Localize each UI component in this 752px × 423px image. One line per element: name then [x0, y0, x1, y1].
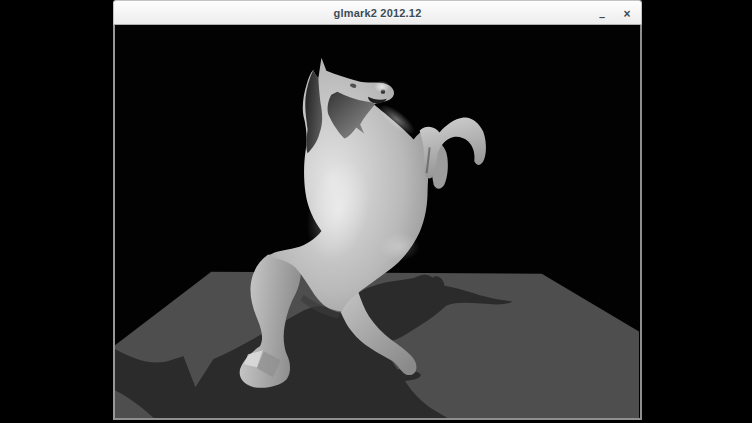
close-icon[interactable]: × [616, 1, 638, 26]
titlebar[interactable]: glmark2 2012.12 – × [113, 0, 642, 25]
gl-viewport [113, 25, 642, 420]
render-scene [115, 25, 640, 418]
glmark2-window: glmark2 2012.12 – × [113, 0, 642, 420]
minimize-icon[interactable]: – [591, 1, 613, 26]
rump-highlight [380, 233, 420, 261]
muzzle-highlight [374, 81, 390, 93]
window-title: glmark2 2012.12 [333, 7, 421, 19]
